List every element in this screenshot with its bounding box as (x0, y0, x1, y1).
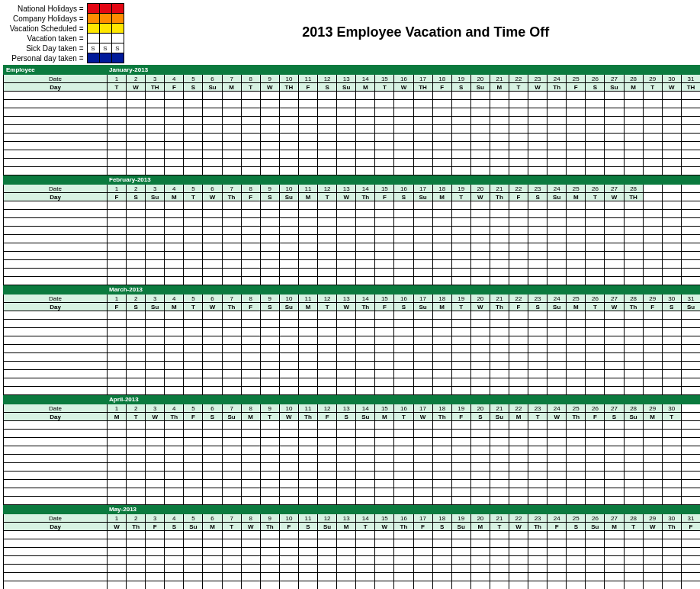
grid-cell[interactable] (356, 336, 375, 345)
grid-cell[interactable] (547, 430, 567, 438)
grid-cell[interactable] (165, 320, 184, 328)
grid-cell[interactable] (241, 472, 260, 480)
grid-cell[interactable] (127, 480, 146, 488)
grid-cell[interactable] (490, 455, 509, 463)
grid-cell[interactable] (318, 125, 337, 134)
grid-cell[interactable] (451, 117, 470, 125)
grid-cell[interactable] (298, 142, 317, 150)
grid-cell[interactable] (605, 565, 624, 573)
grid-cell[interactable] (260, 235, 279, 243)
employee-cell[interactable] (4, 573, 108, 581)
grid-cell[interactable] (127, 556, 146, 565)
grid-cell[interactable] (260, 142, 279, 150)
grid-cell[interactable] (298, 438, 317, 446)
grid-cell[interactable] (279, 362, 298, 370)
grid-cell[interactable] (108, 573, 127, 581)
grid-cell[interactable] (509, 210, 528, 218)
grid-cell[interactable] (451, 277, 470, 285)
grid-cell[interactable] (643, 497, 662, 505)
grid-cell[interactable] (567, 167, 586, 175)
grid-cell[interactable] (567, 108, 586, 117)
grid-cell[interactable] (356, 260, 375, 269)
grid-cell[interactable] (260, 336, 279, 345)
grid-cell[interactable] (509, 125, 528, 134)
grid-cell[interactable] (624, 531, 643, 539)
grid-cell[interactable] (681, 387, 700, 395)
grid-cell[interactable] (375, 480, 394, 488)
grid-cell[interactable] (127, 134, 146, 142)
grid-cell[interactable] (241, 446, 260, 455)
grid-cell[interactable] (279, 260, 298, 269)
grid-cell[interactable] (451, 134, 470, 142)
grid-cell[interactable] (127, 277, 146, 285)
grid-cell[interactable] (605, 455, 624, 463)
grid-cell[interactable] (108, 556, 127, 565)
grid-cell[interactable] (624, 210, 643, 218)
grid-cell[interactable] (567, 328, 586, 336)
grid-cell[interactable] (108, 336, 127, 345)
grid-cell[interactable] (470, 243, 490, 252)
grid-cell[interactable] (586, 480, 605, 488)
grid-cell[interactable] (375, 497, 394, 505)
grid-cell[interactable] (547, 243, 567, 252)
grid-cell[interactable] (451, 370, 470, 378)
employee-cell[interactable] (4, 252, 108, 260)
grid-cell[interactable] (470, 370, 490, 378)
grid-cell[interactable] (432, 438, 451, 446)
grid-cell[interactable] (470, 167, 490, 175)
grid-cell[interactable] (375, 134, 394, 142)
grid-cell[interactable] (203, 353, 222, 362)
grid-cell[interactable] (279, 142, 298, 150)
grid-cell[interactable] (222, 269, 241, 277)
grid-cell[interactable] (337, 463, 356, 472)
grid-cell[interactable] (146, 573, 165, 581)
grid-cell[interactable] (547, 108, 567, 117)
grid-cell[interactable] (298, 320, 317, 328)
grid-cell[interactable] (624, 488, 643, 497)
grid-cell[interactable] (586, 565, 605, 573)
grid-cell[interactable] (509, 117, 528, 125)
grid-cell[interactable] (241, 581, 260, 590)
grid-cell[interactable] (470, 108, 490, 117)
employee-cell[interactable] (4, 565, 108, 573)
grid-cell[interactable] (375, 472, 394, 480)
grid-cell[interactable] (643, 370, 662, 378)
grid-cell[interactable] (509, 531, 528, 539)
grid-cell[interactable] (432, 455, 451, 463)
grid-cell[interactable] (108, 269, 127, 277)
grid-cell[interactable] (470, 92, 490, 100)
grid-cell[interactable] (662, 311, 681, 320)
employee-cell[interactable] (4, 218, 108, 227)
grid-cell[interactable] (586, 556, 605, 565)
grid-cell[interactable] (222, 378, 241, 387)
grid-cell[interactable] (528, 328, 547, 336)
grid-cell[interactable] (337, 472, 356, 480)
grid-cell[interactable] (547, 438, 567, 446)
grid-cell[interactable] (222, 480, 241, 488)
grid-cell[interactable] (241, 548, 260, 556)
grid-cell[interactable] (279, 480, 298, 488)
grid-cell[interactable] (356, 581, 375, 590)
grid-cell[interactable] (127, 472, 146, 480)
grid-cell[interactable] (413, 125, 432, 134)
grid-cell[interactable] (203, 235, 222, 243)
grid-cell[interactable] (567, 201, 586, 210)
grid-cell[interactable] (318, 446, 337, 455)
grid-cell[interactable] (127, 581, 146, 590)
grid-cell[interactable] (681, 277, 700, 285)
grid-cell[interactable] (451, 92, 470, 100)
grid-cell[interactable] (146, 210, 165, 218)
grid-cell[interactable] (490, 150, 509, 159)
grid-cell[interactable] (165, 556, 184, 565)
grid-cell[interactable] (528, 134, 547, 142)
grid-cell[interactable] (356, 150, 375, 159)
grid-cell[interactable] (127, 430, 146, 438)
grid-cell[interactable] (605, 269, 624, 277)
grid-cell[interactable] (624, 125, 643, 134)
grid-cell[interactable] (413, 345, 432, 353)
grid-cell[interactable] (127, 125, 146, 134)
grid-cell[interactable] (356, 218, 375, 227)
grid-cell[interactable] (298, 260, 317, 269)
grid-cell[interactable] (605, 277, 624, 285)
grid-cell[interactable] (605, 92, 624, 100)
